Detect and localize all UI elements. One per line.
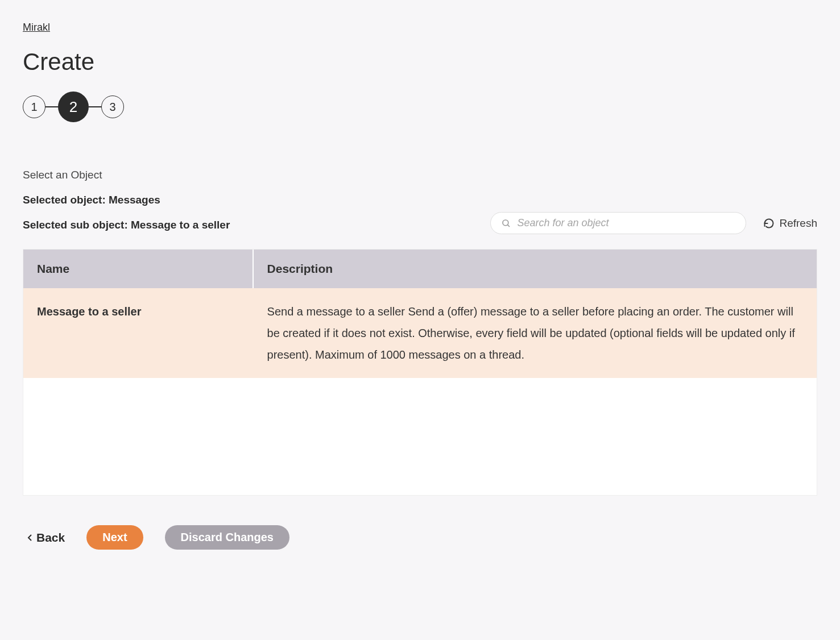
table-header: Name Description: [23, 250, 817, 288]
refresh-button[interactable]: Refresh: [763, 217, 817, 230]
svg-line-1: [508, 225, 510, 227]
step-1[interactable]: 1: [23, 95, 45, 118]
cell-name: Message to a seller: [23, 288, 254, 378]
cell-description: Send a message to a seller Send a (offer…: [254, 288, 817, 378]
stepper: 1 2 3: [23, 92, 817, 122]
table-row[interactable]: Message to a seller Send a message to a …: [23, 288, 817, 378]
table-empty-area: [23, 378, 817, 495]
column-description: Description: [254, 250, 817, 288]
back-button[interactable]: Back: [27, 531, 65, 545]
back-label: Back: [36, 531, 65, 545]
chevron-left-icon: [27, 534, 33, 542]
breadcrumb-mirakl[interactable]: Mirakl: [23, 22, 50, 34]
discard-button[interactable]: Discard Changes: [165, 525, 289, 550]
next-button[interactable]: Next: [86, 525, 143, 550]
search-input[interactable]: [517, 217, 735, 229]
step-connector: [89, 106, 101, 107]
search-icon: [501, 218, 511, 228]
refresh-label: Refresh: [779, 217, 817, 230]
column-name: Name: [23, 250, 254, 288]
step-connector: [45, 106, 58, 107]
object-table: Name Description Message to a seller Sen…: [23, 249, 817, 496]
step-3[interactable]: 3: [101, 95, 124, 118]
svg-point-0: [503, 220, 508, 226]
search-field[interactable]: [490, 212, 746, 234]
page-title: Create: [23, 48, 817, 76]
section-label: Select an Object: [23, 169, 817, 181]
step-2[interactable]: 2: [58, 92, 89, 122]
selected-object: Selected object: Messages: [23, 194, 817, 206]
refresh-icon: [763, 218, 775, 229]
